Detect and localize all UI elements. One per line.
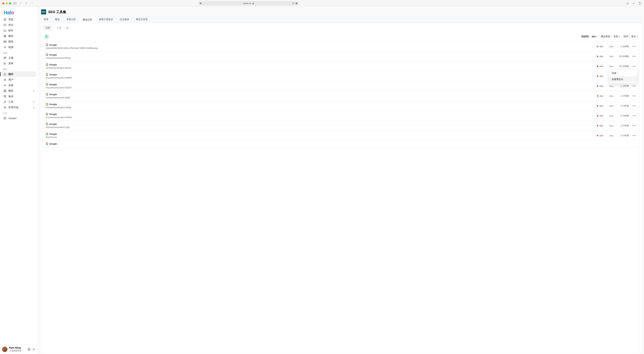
status-dot <box>597 76 598 77</box>
status-cell: 404 <box>597 45 603 48</box>
sidebar-item-dashboard[interactable]: 概览 <box>1 88 36 94</box>
svg-rect-31 <box>4 90 5 91</box>
google-icon <box>46 83 48 86</box>
popover-detail[interactable]: 详情 <box>609 70 637 76</box>
sidebar-item-palette[interactable]: 主题 <box>1 55 36 61</box>
row-more-button[interactable]: ••• <box>632 45 636 48</box>
subtab-analysis[interactable]: 分 <box>54 25 63 30</box>
row-path: /moments/moment-KXkzB <box>46 106 597 109</box>
filter-sort[interactable]: 排序： 默认 ▾ <box>624 35 638 38</box>
reload-icon[interactable] <box>292 2 294 5</box>
tabs-button[interactable] <box>638 2 642 5</box>
file-icon <box>3 18 6 21</box>
tab-3[interactable]: 爬虫记录 <box>79 16 96 23</box>
sidebar-toggle-button[interactable] <box>13 2 17 5</box>
more-icon[interactable] <box>295 2 298 5</box>
maximize-window-button[interactable] <box>9 2 11 4</box>
sidebar-item-label: 菜单 <box>8 62 14 65</box>
traffic-lights <box>2 2 11 4</box>
time-cell: 2 小时前 <box>617 114 629 117</box>
time-cell: 1 分钟前 <box>617 45 629 48</box>
status-code: 404 <box>600 75 603 78</box>
row-more-button[interactable]: ••• <box>632 114 636 117</box>
nav: 页面评论附件瞬间图库链接外观主题菜单系统插件用户设置概览备份工具应用市场工具Um… <box>0 17 38 344</box>
row-more-button[interactable]: ••• <box>632 95 636 98</box>
tab-1[interactable]: 概览 <box>52 16 63 23</box>
back-button[interactable] <box>24 2 28 5</box>
sidebar-item-label: 链接 <box>8 46 14 49</box>
minimize-window-button[interactable] <box>6 2 8 4</box>
svg-point-44 <box>5 108 6 109</box>
duration-cell: 5ms <box>607 115 614 117</box>
sidebar-item-link[interactable]: 链接 <box>1 45 36 50</box>
row-meta: 4046ms32 分钟前••• <box>597 65 636 68</box>
filter-status[interactable]: 状态码： 404 ▾ <box>582 35 597 38</box>
chevron-down-icon: ▾ <box>637 36 638 38</box>
address-bar[interactable]: ryanc.cc <box>198 1 299 6</box>
crawler-name: Google <box>46 63 597 66</box>
sidebar-item-folder[interactable]: 附件 <box>1 28 36 33</box>
chevron-right-icon <box>33 90 34 92</box>
row-more-button[interactable]: ••• <box>632 85 636 88</box>
share-button[interactable] <box>626 2 630 5</box>
tab-4[interactable]: 搜索引擎验证 <box>96 16 116 23</box>
grid-icon <box>3 106 6 109</box>
image-icon <box>3 40 6 43</box>
user-icon <box>10 350 12 352</box>
forward-button <box>30 2 34 5</box>
tab-0[interactable]: 详情 <box>40 16 52 23</box>
table-row: Google/moments/moment-GoRPS404••• <box>43 71 639 81</box>
sidebar-item-file[interactable]: 页面 <box>1 17 36 22</box>
status-code: 404 <box>600 105 603 107</box>
sidebar-item-wrench[interactable]: 工具 <box>1 99 36 105</box>
tab-2[interactable]: 页面分析 <box>63 16 79 23</box>
logout-icon[interactable] <box>32 348 36 351</box>
profile-icon[interactable] <box>28 348 30 351</box>
table-row: Google/moments/moment-oWibj4044ms1 小时前••… <box>43 91 639 101</box>
chevron-down-icon[interactable] <box>19 2 22 5</box>
link-icon <box>3 46 6 49</box>
sidebar-footer: Ryan Wang 超级管理员 <box>0 344 38 354</box>
svg-point-24 <box>4 63 4 64</box>
filter-crawler-type[interactable]: 爬虫类型： 全部 ▾ <box>601 35 620 38</box>
sidebar-item-globe[interactable]: 瞬间 <box>1 33 36 39</box>
sidebar-item-user[interactable]: 用户 <box>1 77 36 83</box>
tab-5[interactable]: 社交媒体 <box>116 16 132 23</box>
table-row: Google/moments/moment-CvgfI4045ms2 小时前••… <box>43 121 639 131</box>
chevron-right-icon <box>60 27 61 29</box>
new-tab-button[interactable] <box>632 2 636 5</box>
popover-create-redirect[interactable]: 创建重定向 <box>609 76 637 82</box>
status-cell: 404 <box>597 134 603 137</box>
user-icon <box>3 78 6 81</box>
row-more-button[interactable]: ••• <box>632 134 636 137</box>
sidebar-item-chart[interactable]: Umami <box>1 115 36 121</box>
row-more-button[interactable]: ••• <box>632 55 636 58</box>
tab-6[interactable]: 重定向管理 <box>132 16 151 23</box>
table-row: Google/moments/moment-PEAyI4045ms20 分钟前•… <box>43 52 639 61</box>
settings-button[interactable] <box>65 26 70 30</box>
row-more-button[interactable]: ••• <box>632 65 636 68</box>
row-meta: 4045ms2 小时前••• <box>597 124 636 127</box>
row-more-button[interactable]: ••• <box>632 104 636 107</box>
sidebar-item-grid[interactable]: 应用市场 <box>1 105 36 110</box>
sidebar-item-list[interactable]: 菜单 <box>1 61 36 66</box>
status-dot <box>597 125 598 126</box>
close-window-button[interactable] <box>2 2 4 4</box>
row-more-button[interactable]: ••• <box>632 124 636 127</box>
sidebar-item-label: 瞬间 <box>8 35 14 38</box>
row-meta: 4045ms2 小时前••• <box>597 114 636 117</box>
sidebar-item-label: 图库 <box>8 40 14 43</box>
duration-cell: 5ms <box>607 55 614 58</box>
sidebar-item-archive[interactable]: 备份 <box>1 94 36 99</box>
subtab-record[interactable]: 记录 <box>43 25 52 30</box>
sidebar-item-image[interactable]: 图库 <box>1 39 36 45</box>
status-dot <box>597 46 598 47</box>
svg-point-19 <box>5 57 6 58</box>
delete-button[interactable] <box>44 34 49 39</box>
sidebar-item-plugin[interactable]: 插件 <box>1 72 36 77</box>
avatar[interactable] <box>2 346 8 352</box>
sidebar-item-label: 概览 <box>8 89 14 93</box>
sidebar-item-chat[interactable]: 评论 <box>1 22 36 28</box>
sidebar-item-gear[interactable]: 设置 <box>1 83 36 88</box>
svg-point-48 <box>29 349 30 349</box>
